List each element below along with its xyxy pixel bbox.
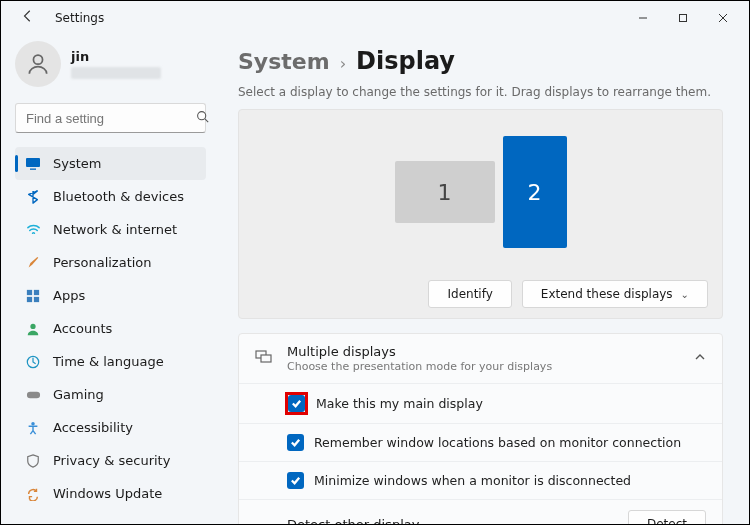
shield-icon (25, 454, 41, 468)
display-icon (25, 156, 41, 172)
extend-displays-dropdown[interactable]: Extend these displays ⌄ (522, 280, 708, 308)
option-label: Remember window locations based on monit… (314, 435, 681, 450)
monitor-stage[interactable]: 1 2 (239, 110, 722, 274)
section-header[interactable]: Multiple displays Choose the presentatio… (239, 334, 722, 384)
sidebar-item-label: Personalization (53, 255, 152, 270)
option-minimize-disconnect[interactable]: Minimize windows when a monitor is disco… (239, 462, 722, 500)
sidebar: jin System Bluetooth & devices Network &… (1, 35, 216, 525)
page-title: Display (356, 47, 455, 75)
accessibility-icon (25, 421, 41, 435)
maximize-button[interactable] (663, 4, 703, 32)
display-arrangement-panel: 1 2 Identify Extend these displays ⌄ (238, 109, 723, 319)
sidebar-item-accessibility[interactable]: Accessibility (15, 411, 206, 444)
option-label: Detect other display (287, 517, 419, 526)
svg-line-4 (205, 119, 208, 122)
sidebar-item-system[interactable]: System (15, 147, 206, 180)
svg-rect-7 (27, 289, 32, 294)
sidebar-item-label: Time & language (53, 354, 164, 369)
chevron-right-icon: › (340, 54, 346, 73)
detect-button[interactable]: Detect (628, 510, 706, 525)
minimize-button[interactable] (623, 4, 663, 32)
sidebar-item-network[interactable]: Network & internet (15, 213, 206, 246)
sidebar-item-label: Privacy & security (53, 453, 170, 468)
section-title: Multiple displays (287, 344, 680, 359)
profile-block[interactable]: jin (15, 39, 206, 97)
sidebar-item-label: Apps (53, 288, 85, 303)
sidebar-item-label: Accounts (53, 321, 112, 336)
svg-rect-8 (34, 289, 39, 294)
checkbox-minimize-disconnect[interactable] (287, 472, 304, 489)
sidebar-item-personalization[interactable]: Personalization (15, 246, 206, 279)
gaming-icon (25, 387, 41, 402)
profile-email-redacted (71, 67, 161, 79)
chevron-down-icon: ⌄ (681, 289, 689, 300)
option-label: Make this my main display (316, 396, 483, 411)
person-icon (25, 322, 41, 336)
svg-rect-16 (261, 355, 271, 362)
monitor-2[interactable]: 2 (503, 136, 567, 248)
sidebar-item-accounts[interactable]: Accounts (15, 312, 206, 345)
sidebar-item-gaming[interactable]: Gaming (15, 378, 206, 411)
breadcrumb-parent[interactable]: System (238, 49, 330, 74)
apps-icon (25, 289, 41, 303)
sidebar-item-label: Windows Update (53, 486, 162, 501)
main-content: System › Display Select a display to cha… (216, 35, 749, 525)
svg-rect-10 (34, 296, 39, 301)
option-remember-locations[interactable]: Remember window locations based on monit… (239, 424, 722, 462)
window-title: Settings (55, 11, 104, 25)
chevron-up-icon[interactable] (694, 351, 706, 366)
sidebar-item-time-language[interactable]: Time & language (15, 345, 206, 378)
sidebar-item-label: Accessibility (53, 420, 133, 435)
option-main-display[interactable]: Make this my main display (239, 384, 722, 424)
svg-rect-13 (26, 392, 39, 399)
option-detect-other: Detect other display Detect (239, 500, 722, 525)
sidebar-item-label: Network & internet (53, 222, 177, 237)
sidebar-item-label: Gaming (53, 387, 104, 402)
monitor-1[interactable]: 1 (395, 161, 495, 223)
svg-point-11 (30, 323, 35, 328)
titlebar: Settings (1, 1, 749, 35)
wifi-icon (25, 222, 41, 237)
multiple-displays-section: Multiple displays Choose the presentatio… (238, 333, 723, 525)
page-subtitle: Select a display to change the settings … (238, 85, 723, 99)
sidebar-item-windows-update[interactable]: Windows Update (15, 477, 206, 510)
close-button[interactable] (703, 4, 743, 32)
breadcrumb: System › Display (238, 47, 723, 75)
profile-name: jin (71, 49, 161, 65)
back-button[interactable] (17, 9, 39, 27)
brush-icon (25, 256, 41, 270)
avatar (15, 41, 61, 87)
option-label: Minimize windows when a monitor is disco… (314, 473, 631, 488)
svg-rect-9 (27, 296, 32, 301)
svg-point-3 (198, 112, 206, 120)
sidebar-nav: System Bluetooth & devices Network & int… (15, 147, 206, 510)
svg-point-14 (31, 421, 35, 425)
section-desc: Choose the presentation mode for your di… (287, 360, 680, 373)
svg-rect-1 (680, 15, 687, 22)
highlight-marker (287, 394, 306, 413)
svg-point-2 (33, 55, 42, 64)
sidebar-item-bluetooth[interactable]: Bluetooth & devices (15, 180, 206, 213)
update-icon (25, 487, 41, 501)
sidebar-item-privacy[interactable]: Privacy & security (15, 444, 206, 477)
sidebar-item-apps[interactable]: Apps (15, 279, 206, 312)
multiple-displays-icon (255, 348, 273, 369)
bluetooth-icon (25, 190, 41, 204)
search-icon (196, 110, 209, 126)
sidebar-item-label: Bluetooth & devices (53, 189, 184, 204)
sidebar-item-label: System (53, 156, 101, 171)
svg-rect-6 (30, 168, 36, 169)
search-input[interactable] (15, 103, 206, 133)
checkbox-remember-locations[interactable] (287, 434, 304, 451)
search-field[interactable] (24, 110, 196, 127)
identify-button[interactable]: Identify (428, 280, 511, 308)
globe-clock-icon (25, 355, 41, 369)
svg-rect-5 (26, 158, 40, 167)
checkbox-main-display[interactable] (288, 395, 305, 412)
